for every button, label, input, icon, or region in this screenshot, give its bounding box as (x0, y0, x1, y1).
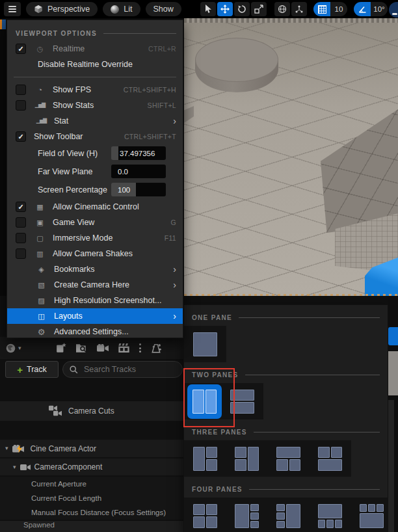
rotation-snap-value[interactable]: 10° (371, 2, 388, 16)
grid-snap-toggle[interactable] (313, 2, 330, 16)
menu-item-field-of-view: Field of View (H) (7, 144, 183, 163)
menu-item-label: Field of View (H) (38, 149, 98, 158)
add-track-label: Track (27, 365, 47, 374)
select-tool-button[interactable] (200, 2, 216, 16)
menu-item-show-stats[interactable]: ▁▅▇ Show Stats SHIFT+L (7, 98, 183, 113)
more-options-icon[interactable] (139, 343, 141, 352)
layout-option-four-panes-left-column[interactable] (276, 504, 300, 528)
section-header-three-panes: THREE PANES (192, 427, 380, 436)
menu-item-immersive-mode[interactable]: ▢ Immersive Mode F11 (7, 230, 183, 246)
menu-item-label: Show Toolbar (34, 132, 83, 141)
browse-sequence-icon[interactable] (76, 343, 87, 353)
slab-mesh (184, 106, 194, 123)
unreal-editor-window: ▾ (0, 0, 398, 532)
layout-option-three-panes-right-split[interactable] (193, 447, 217, 471)
track-label: Current Aperture (31, 480, 86, 488)
track-cine-camera-actor[interactable]: ▾ Cine Camera Actor (0, 440, 184, 457)
layout-option-three-panes-left-split[interactable] (235, 447, 259, 471)
menu-item-high-resolution-screenshot[interactable]: ▨ High Resolution Screenshot... (7, 293, 183, 308)
checkbox-unchecked[interactable] (16, 217, 26, 228)
render-movie-icon[interactable] (118, 343, 129, 352)
camera-icon[interactable] (97, 344, 109, 352)
rotate-tool-button[interactable] (234, 2, 250, 16)
rotation-snap-control[interactable]: 10° (354, 2, 388, 16)
layout-option-four-panes-right-column[interactable] (235, 504, 259, 528)
checkbox-unchecked[interactable] (16, 233, 26, 243)
surface-snapping-button[interactable] (291, 2, 307, 16)
menu-item-allow-cinematic-control[interactable]: ✓ ▦ Allow Cinematic Control (7, 199, 183, 215)
grid-icon (318, 5, 326, 14)
add-track-button[interactable]: + Track (5, 361, 59, 378)
show-flags-button[interactable]: Show (146, 2, 181, 16)
menu-item-stat[interactable]: ▁▅▇ Stat › (7, 113, 183, 129)
layout-option-three-panes-bottom-split[interactable] (276, 447, 300, 471)
search-tracks-input[interactable] (83, 364, 176, 375)
world-selector-button[interactable]: ▾ (5, 343, 21, 354)
checkbox-unchecked[interactable] (16, 248, 26, 259)
lit-sphere-icon (111, 5, 119, 14)
submenu-chevron-icon: › (173, 280, 176, 289)
shortcut-label: CTRL+SHIFT+H (124, 86, 176, 94)
menu-item-disable-realtime-override[interactable]: Disable Realtime Override (7, 57, 183, 72)
layout-option-two-panes-side-by-side[interactable] (187, 384, 222, 419)
gear-icon: ⚙ (35, 328, 47, 336)
layout-option-two-panes-stacked[interactable] (230, 390, 254, 414)
layout-option-four-panes-bottom-row[interactable] (318, 504, 342, 528)
layout-option-four-panes-grid[interactable] (193, 504, 217, 528)
far-view-plane-input[interactable] (111, 165, 166, 178)
viewport-options-menu-button[interactable] (4, 2, 21, 16)
checkbox-unchecked[interactable] (16, 100, 26, 111)
layout-option-four-panes-top-row[interactable] (360, 504, 384, 528)
viewport-options-menu: VIEWPORT OPTIONS ✓ ◷ Realtime CTRL+R Dis… (7, 20, 183, 338)
viewport-3d[interactable] (184, 18, 398, 296)
checkbox-unchecked[interactable] (16, 85, 26, 95)
layout-option-one-pane[interactable] (193, 332, 217, 356)
expander-triangle-icon[interactable]: ▾ (13, 464, 16, 470)
world-coordinate-button[interactable] (274, 2, 290, 16)
grid-snap-value[interactable]: 10 (330, 2, 347, 16)
bookmark-icon: ◈ (35, 266, 47, 273)
lit-mode-button[interactable]: Lit (103, 2, 140, 16)
layouts-icon: ◫ (35, 313, 47, 320)
track-current-aperture[interactable]: Current Aperture (0, 477, 184, 491)
menu-item-label: Show FPS (53, 85, 91, 94)
menu-item-realtime[interactable]: ✓ ◷ Realtime CTRL+R (7, 41, 183, 57)
menu-item-create-camera-here[interactable]: ▧ Create Camera Here › (7, 277, 183, 293)
checkbox-checked[interactable]: ✓ (16, 131, 26, 142)
submenu-chevron-icon: › (173, 116, 176, 126)
save-sequence-icon[interactable] (56, 343, 66, 353)
rotation-snap-toggle[interactable] (354, 2, 371, 16)
track-camera-cuts[interactable]: Camera Cuts (0, 401, 184, 421)
menu-item-label: Allow Camera Shakes (53, 249, 133, 258)
menu-item-bookmarks[interactable]: ◈ Bookmarks › (7, 261, 183, 277)
grid-snap-control[interactable]: 10 (313, 2, 347, 16)
track-camera-component[interactable]: ▾ CameraComponent (0, 459, 184, 475)
move-tool-button[interactable] (217, 2, 233, 16)
layout-option-three-panes-top-split[interactable] (318, 447, 342, 471)
field-of-view-input[interactable] (111, 146, 166, 160)
menu-item-allow-camera-shakes[interactable]: ▥ Allow Camera Shakes (7, 246, 183, 261)
search-tracks-box[interactable] (62, 361, 183, 378)
menu-item-show-fps[interactable]: ◔ Show FPS CTRL+SHIFT+H (7, 82, 183, 98)
expander-triangle-icon[interactable]: ▾ (5, 446, 8, 451)
track-manual-focus-distance[interactable]: Manual Focus Distance (Focus Settings) (0, 505, 184, 520)
create-camera-icon: ▧ (35, 282, 47, 289)
playback-options-icon[interactable] (151, 343, 161, 353)
checkbox-checked[interactable]: ✓ (16, 44, 26, 54)
screen-percentage-input[interactable] (111, 183, 166, 196)
menu-item-advanced-settings[interactable]: ⚙ Advanced Settings... (7, 324, 183, 339)
track-current-focal-length[interactable]: Current Focal Length (0, 491, 184, 505)
checkbox-checked[interactable]: ✓ (16, 202, 26, 212)
track-spawned[interactable]: Spawned (0, 521, 184, 532)
perspective-button[interactable]: Perspective (26, 2, 98, 16)
menu-item-label: High Resolution Screenshot... (54, 296, 161, 305)
menu-item-show-toolbar[interactable]: ✓ Show Toolbar CTRL+SHIFT+T (7, 129, 183, 144)
right-edge-panel-fragment (388, 296, 398, 532)
menu-item-layouts[interactable]: ◫ Layouts › (7, 308, 183, 324)
camera-speed-button-fragment[interactable] (389, 2, 398, 18)
menu-item-far-view-plane: Far View Plane (7, 163, 183, 181)
track-label: Manual Focus Distance (Focus Settings) (31, 509, 166, 516)
menu-item-game-view[interactable]: ▣ Game View G (7, 215, 183, 230)
cursor-icon (204, 5, 212, 14)
scale-tool-button[interactable] (251, 2, 267, 16)
